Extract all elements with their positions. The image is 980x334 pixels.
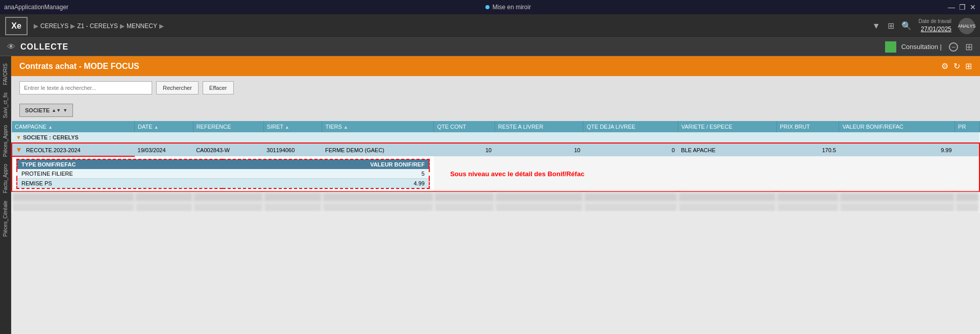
qte-livree-value: 0 [672,147,675,153]
sidebar: FAVORIS Suivi_ct_fis Pièces_Appro Factu_… [0,56,11,334]
breadcrumb-mennecy[interactable]: MENNECY [127,22,157,30]
apps-icon[interactable]: ⊞ [965,41,973,53]
dropdown-icon[interactable]: ▼ [872,21,880,31]
minimize-button[interactable]: — [948,3,955,11]
app-name: anaApplicationManager [4,4,68,11]
sidebar-item-suivi[interactable]: Suivi_ct_fis [2,89,9,122]
table-icon[interactable]: ⊞ [965,61,972,71]
sidebar-item-favoris[interactable]: FAVORIS [2,60,9,88]
breadcrumb: ▶ CERELYS ▶ Z1 - CERELYS ▶ MENNECY ▶ [34,22,872,30]
group-row-cerelys: ▼ SOCIETE : CERELYS [12,132,979,143]
sidebar-item-factu-appro[interactable]: Factu_Appro [2,161,9,196]
date-value: 19/03/2024 [138,147,166,153]
siret-value: 301194060 [266,147,295,153]
main-layout: FAVORIS Suivi_ct_fis Pièces_Appro Factu_… [0,56,980,334]
col-qtecont[interactable]: QTE CONT [434,121,495,132]
qtecont-value: 10 [485,147,492,153]
date-work-value[interactable]: 27/01/2025 [919,25,951,34]
logo[interactable]: Xe [5,17,28,35]
search-button[interactable]: Rechercher [156,81,199,94]
reste-value: 10 [574,147,580,153]
date-work-label: Date de travail [919,18,951,25]
table-body: ▼ SOCIETE : CERELYS ▼ RECOLTE.2023-2024 … [12,132,979,212]
sidebar-item-pieces-appro[interactable]: Pièces_Appro [2,122,9,160]
col-pr[interactable]: PR [955,121,979,132]
reference-value: CA002843-W [196,147,230,153]
valeur-value: 9.99 [941,147,951,153]
mirror-dot [485,5,489,9]
col-qte-livree[interactable]: QTE DEJA LIVREE [583,121,678,132]
sort-icon: ▲▼ [52,108,61,113]
panel-title: Contrats achat - MODE FOCUS [19,62,139,71]
mirror-label: Mise en miroir [493,4,531,11]
prix-value: 170.5 [822,147,836,153]
col-campagne[interactable]: CAMPAGNE ▲ [12,121,135,132]
module-right: Consultation | − ⊞ [901,41,973,53]
title-bar-center: Mise en miroir [485,4,531,11]
breadcrumb-arrow: ▶ [34,22,38,30]
blurred-row-1 [12,192,979,202]
sub-header-row: TYPE BONIF/REFAC VALEUR BONIF/REF [17,159,429,169]
dropdown-arrow: ▼ [63,108,67,113]
sub-valeur-1: 5 [422,171,425,177]
expand-arrow[interactable]: ▼ [15,146,22,154]
breadcrumb-z1[interactable]: Z1 - CERELYS [77,22,118,30]
restore-button[interactable]: ❐ [959,3,966,11]
sub-type-1: PROTEINE FILIERE [21,171,73,177]
panel-header-icons: ⚙ ↻ ⊞ [941,61,972,71]
module-bar: 👁 COLLECTE Consultation | − ⊞ [0,38,980,56]
date-work: Date de travail 27/01/2025 [919,18,951,34]
title-bar: anaApplicationManager Mise en miroir — ❐… [0,0,980,14]
toolbar: SOCIETE ▲▼ ▼ [11,100,980,121]
expand-icon[interactable]: ▼ [16,134,21,140]
col-date[interactable]: DATE ▲ [135,121,193,132]
eye-icon: 👁 [7,42,15,52]
window-controls[interactable]: — ❐ ✕ [948,3,976,11]
societe-label: SOCIETE [25,107,50,113]
breadcrumb-cerelys[interactable]: CERELYS [40,22,68,30]
variete-value: BLE APACHE [681,147,716,153]
col-prix[interactable]: PRIX BRUT [776,121,839,132]
table-header: CAMPAGNE ▲ DATE ▲ REFERENCE SIRET ▲ TIER… [12,121,979,132]
group-label: SOCIETE : CERELYS [23,134,79,140]
search-bar: Rechercher Effacer [11,76,980,100]
sidebar-item-pieces-cereale[interactable]: Pièces_Céréale [2,198,9,240]
nav-right: ▼ ⊞ 🔍 Date de travail 27/01/2025 ANALYS [872,18,975,34]
col-reference[interactable]: REFERENCE [193,121,263,132]
sub-row-2: REMISE PS 4.99 [17,179,429,189]
blurred-row-2 [12,202,979,212]
col-valeur[interactable]: VALEUR BONIF/REFAC [839,121,955,132]
refresh-icon[interactable]: ↻ [953,61,960,71]
consultation-label: Consultation | [901,43,942,51]
societe-button[interactable]: SOCIETE ▲▼ ▼ [19,104,73,117]
clear-button[interactable]: Effacer [203,81,234,94]
campagne-value: RECOLTE.2023-2024 [26,147,81,153]
settings-icon[interactable]: ⚙ [941,61,948,71]
sub-type-2: REMISE PS [21,180,52,186]
search-icon[interactable]: 🔍 [901,21,912,31]
table-container: CAMPAGNE ▲ DATE ▲ REFERENCE SIRET ▲ TIER… [11,121,980,212]
annotation-text: Sous niveau avec le détail des Bonif/Réf… [442,167,593,181]
sub-detail-row: TYPE BONIF/REFAC VALEUR BONIF/REF PROTEI… [12,156,979,192]
nav-bar: Xe ▶ CERELYS ▶ Z1 - CERELYS ▶ MENNECY ▶ … [0,14,980,38]
user-name: ANALYS [958,23,976,29]
grid-icon[interactable]: ⊞ [888,21,894,31]
col-variete[interactable]: VARIETE / ESPECE [678,121,776,132]
avatar: ANALYS [959,18,975,34]
table-row[interactable]: ▼ RECOLTE.2023-2024 19/03/2024 CA002843-… [12,143,979,156]
minus-icon[interactable]: − [949,42,958,52]
close-button[interactable]: ✕ [970,3,976,11]
sub-col-valeur: VALEUR BONIF/REF [370,161,425,168]
data-table: CAMPAGNE ▲ DATE ▲ REFERENCE SIRET ▲ TIER… [11,121,980,212]
search-input[interactable] [19,81,152,94]
content-area: Contrats achat - MODE FOCUS ⚙ ↻ ⊞ Recher… [11,56,980,334]
col-reste[interactable]: RESTE A LIVRER [495,121,583,132]
sub-col-type: TYPE BONIF/REFAC [21,161,76,168]
sub-valeur-2: 4.99 [413,180,424,186]
green-status-box [885,41,896,53]
panel-header: Contrats achat - MODE FOCUS ⚙ ↻ ⊞ [11,56,980,76]
col-siret[interactable]: SIRET ▲ [263,121,322,132]
sub-row-1: PROTEINE FILIERE 5 [17,169,429,179]
col-tiers[interactable]: TIERS ▲ [322,121,434,132]
tiers-value: FERME DEMO (GAEC) [325,147,384,153]
